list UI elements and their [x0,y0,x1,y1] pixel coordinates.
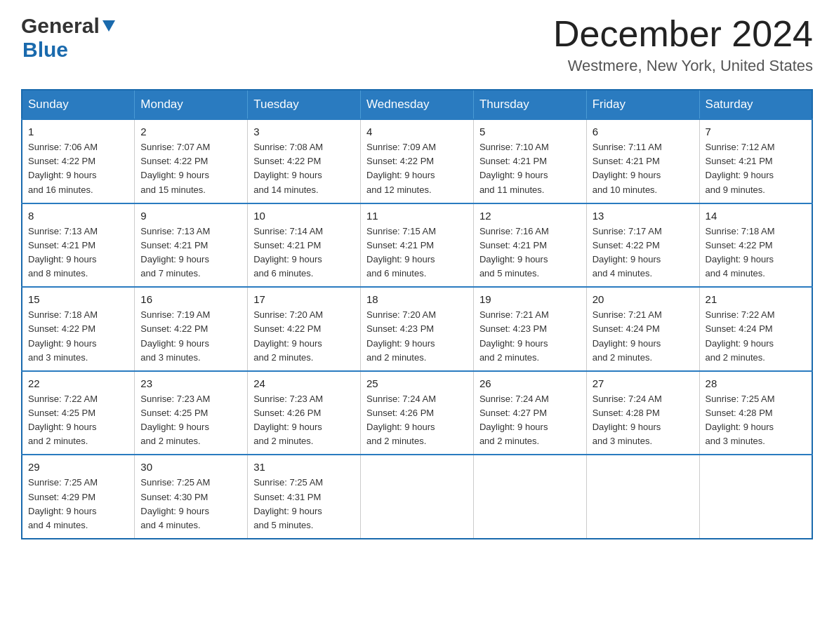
calendar-cell [361,455,474,539]
day-number: 4 [366,126,468,137]
calendar-cell: 9Sunrise: 7:13 AMSunset: 4:21 PMDaylight… [135,203,248,288]
day-info: Sunrise: 7:06 AMSunset: 4:22 PMDaylight:… [28,140,128,197]
location-subtitle: Westmere, New York, United States [553,57,813,75]
day-number: 13 [593,210,694,222]
logo-blue-text: Blue [22,38,68,61]
day-info: Sunrise: 7:25 AMSunset: 4:30 PMDaylight:… [140,476,241,532]
calendar-cell: 7Sunrise: 7:12 AMSunset: 4:21 PMDaylight… [699,119,812,203]
calendar-cell: 25Sunrise: 7:24 AMSunset: 4:26 PMDayligh… [361,371,474,455]
day-info: Sunrise: 7:14 AMSunset: 4:21 PMDaylight:… [253,224,355,281]
calendar-cell: 14Sunrise: 7:18 AMSunset: 4:22 PMDayligh… [699,203,812,288]
calendar-cell: 11Sunrise: 7:15 AMSunset: 4:21 PMDayligh… [361,203,474,288]
calendar-table: SundayMondayTuesdayWednesdayThursdayFrid… [21,89,813,539]
calendar-week-row: 22Sunrise: 7:22 AMSunset: 4:25 PMDayligh… [22,371,812,455]
calendar-cell [586,455,699,539]
day-info: Sunrise: 7:20 AMSunset: 4:22 PMDaylight:… [253,308,355,365]
title-area: December 2024 Westmere, New York, United… [553,14,813,75]
day-number: 31 [253,461,355,473]
day-of-week-header: Saturday [699,90,812,119]
day-info: Sunrise: 7:24 AMSunset: 4:26 PMDaylight:… [366,392,468,449]
day-info: Sunrise: 7:17 AMSunset: 4:22 PMDaylight:… [593,224,694,281]
calendar-cell: 8Sunrise: 7:13 AMSunset: 4:21 PMDaylight… [22,203,135,288]
day-number: 6 [593,126,694,137]
day-number: 22 [28,377,128,389]
month-title: December 2024 [553,14,813,54]
calendar-cell [699,455,812,539]
calendar-cell: 20Sunrise: 7:21 AMSunset: 4:24 PMDayligh… [586,287,699,371]
day-number: 27 [593,377,694,389]
calendar-cell: 1Sunrise: 7:06 AMSunset: 4:22 PMDaylight… [22,119,135,203]
day-info: Sunrise: 7:15 AMSunset: 4:21 PMDaylight:… [366,224,468,281]
day-of-week-header: Sunday [22,90,135,119]
calendar-cell: 31Sunrise: 7:25 AMSunset: 4:31 PMDayligh… [248,455,361,539]
day-number: 28 [706,377,806,389]
calendar-cell: 26Sunrise: 7:24 AMSunset: 4:27 PMDayligh… [473,371,586,455]
day-number: 14 [706,210,806,222]
day-info: Sunrise: 7:23 AMSunset: 4:25 PMDaylight:… [140,392,241,449]
calendar-cell: 19Sunrise: 7:21 AMSunset: 4:23 PMDayligh… [473,287,586,371]
day-number: 5 [479,126,581,137]
calendar-cell: 6Sunrise: 7:11 AMSunset: 4:21 PMDaylight… [586,119,699,203]
day-info: Sunrise: 7:13 AMSunset: 4:21 PMDaylight:… [140,224,241,281]
calendar-cell: 21Sunrise: 7:22 AMSunset: 4:24 PMDayligh… [699,287,812,371]
days-header-row: SundayMondayTuesdayWednesdayThursdayFrid… [22,90,812,119]
day-number: 29 [28,461,128,473]
day-number: 12 [479,210,581,222]
calendar-cell: 29Sunrise: 7:25 AMSunset: 4:29 PMDayligh… [22,455,135,539]
day-info: Sunrise: 7:16 AMSunset: 4:21 PMDaylight:… [479,224,581,281]
day-number: 24 [253,377,355,389]
calendar-week-row: 29Sunrise: 7:25 AMSunset: 4:29 PMDayligh… [22,455,812,539]
calendar-cell: 23Sunrise: 7:23 AMSunset: 4:25 PMDayligh… [135,371,248,455]
calendar-cell: 10Sunrise: 7:14 AMSunset: 4:21 PMDayligh… [248,203,361,288]
day-number: 18 [366,293,468,305]
day-number: 21 [706,293,806,305]
day-info: Sunrise: 7:22 AMSunset: 4:25 PMDaylight:… [28,392,128,449]
day-number: 10 [253,210,355,222]
day-number: 19 [479,293,581,305]
day-number: 16 [140,293,241,305]
day-info: Sunrise: 7:21 AMSunset: 4:24 PMDaylight:… [593,308,694,365]
day-info: Sunrise: 7:18 AMSunset: 4:22 PMDaylight:… [28,308,128,365]
day-info: Sunrise: 7:19 AMSunset: 4:22 PMDaylight:… [140,308,241,365]
calendar-cell: 3Sunrise: 7:08 AMSunset: 4:22 PMDaylight… [248,119,361,203]
calendar-cell: 15Sunrise: 7:18 AMSunset: 4:22 PMDayligh… [22,287,135,371]
day-number: 30 [140,461,241,473]
day-number: 8 [28,210,128,222]
day-info: Sunrise: 7:09 AMSunset: 4:22 PMDaylight:… [366,140,468,197]
calendar-cell: 12Sunrise: 7:16 AMSunset: 4:21 PMDayligh… [473,203,586,288]
day-number: 1 [28,126,128,137]
day-number: 20 [593,293,694,305]
calendar-week-row: 1Sunrise: 7:06 AMSunset: 4:22 PMDaylight… [22,119,812,203]
svg-marker-0 [102,20,115,32]
day-number: 9 [140,210,241,222]
calendar-cell: 18Sunrise: 7:20 AMSunset: 4:23 PMDayligh… [361,287,474,371]
day-number: 7 [706,126,806,137]
day-number: 2 [140,126,241,137]
day-number: 11 [366,210,468,222]
day-number: 25 [366,377,468,389]
day-number: 26 [479,377,581,389]
day-info: Sunrise: 7:23 AMSunset: 4:26 PMDaylight:… [253,392,355,449]
day-of-week-header: Thursday [473,90,586,119]
logo-triangle-icon [102,20,115,34]
calendar-cell: 5Sunrise: 7:10 AMSunset: 4:21 PMDaylight… [473,119,586,203]
day-info: Sunrise: 7:24 AMSunset: 4:27 PMDaylight:… [479,392,581,449]
day-number: 23 [140,377,241,389]
calendar-week-row: 8Sunrise: 7:13 AMSunset: 4:21 PMDaylight… [22,203,812,288]
logo: General Blue [21,14,115,62]
calendar-cell: 22Sunrise: 7:22 AMSunset: 4:25 PMDayligh… [22,371,135,455]
calendar-cell: 2Sunrise: 7:07 AMSunset: 4:22 PMDaylight… [135,119,248,203]
day-of-week-header: Wednesday [361,90,474,119]
day-info: Sunrise: 7:10 AMSunset: 4:21 PMDaylight:… [479,140,581,197]
calendar-cell: 13Sunrise: 7:17 AMSunset: 4:22 PMDayligh… [586,203,699,288]
day-number: 15 [28,293,128,305]
calendar-cell: 27Sunrise: 7:24 AMSunset: 4:28 PMDayligh… [586,371,699,455]
page-header: General Blue December 2024 Westmere, New… [21,14,813,75]
day-of-week-header: Monday [135,90,248,119]
day-info: Sunrise: 7:21 AMSunset: 4:23 PMDaylight:… [479,308,581,365]
day-number: 17 [253,293,355,305]
day-info: Sunrise: 7:24 AMSunset: 4:28 PMDaylight:… [593,392,694,449]
calendar-week-row: 15Sunrise: 7:18 AMSunset: 4:22 PMDayligh… [22,287,812,371]
calendar-cell: 4Sunrise: 7:09 AMSunset: 4:22 PMDaylight… [361,119,474,203]
calendar-cell: 16Sunrise: 7:19 AMSunset: 4:22 PMDayligh… [135,287,248,371]
